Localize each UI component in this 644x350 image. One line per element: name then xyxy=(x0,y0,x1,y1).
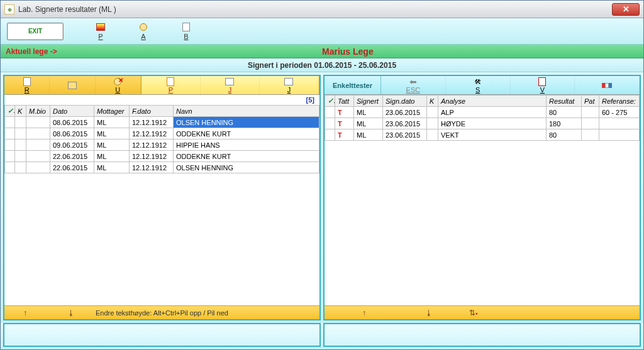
col-navn[interactable]: Navn xyxy=(174,106,319,117)
journal-icon xyxy=(225,77,235,86)
right-toolbar-colors[interactable] xyxy=(575,76,640,94)
scroll-up-icon-r[interactable]: ↑ xyxy=(362,309,366,317)
close-button[interactable]: ✕ xyxy=(612,3,640,16)
table-row[interactable]: 08.06.2015ML12.12.1912OLSEN HENNING xyxy=(5,117,319,128)
col-signdato[interactable]: Sign.dato xyxy=(383,96,427,107)
bottom-panels xyxy=(1,323,643,349)
table-row[interactable]: 22.06.2015ML12.12.1912ODDEKNE KURT xyxy=(5,151,319,162)
right-toolbar-esc[interactable]: ⬅ ESC xyxy=(381,76,446,94)
col-check-r[interactable]: ✓ xyxy=(325,96,335,107)
person-icon xyxy=(138,22,149,32)
left-toolbar-j1[interactable]: J xyxy=(201,76,260,94)
table-row[interactable]: 08.06.2015ML12.12.1912ODDEKNE KURT xyxy=(5,128,319,139)
journal2-icon xyxy=(284,77,294,86)
right-pane: Enkelttester ⬅ ESC 🛠 S V xyxy=(323,75,641,320)
app-window: ◆ Lab. Signerte resultater (ML ) ✕ EXIT … xyxy=(0,0,644,350)
right-footer-bar: ↑ ⭳ ⇅▪ xyxy=(325,305,640,319)
left-table-header: ✓ K M.bio Dato Mottager F.dato Navn xyxy=(5,106,319,117)
col-mbio[interactable]: M.bio xyxy=(26,106,50,117)
toolbar-button-a[interactable]: A xyxy=(138,22,149,40)
right-toolbar-s[interactable]: 🛠 S xyxy=(446,76,511,94)
table-row[interactable]: 22.06.2015ML12.12.1912OLSEN HENNING xyxy=(5,162,319,173)
exit-button[interactable]: EXIT xyxy=(7,23,64,40)
colors-icon xyxy=(602,81,612,90)
table-row[interactable]: TML23.06.2015HØYDE180 xyxy=(325,118,640,129)
current-doctor-label: Aktuell lege -> xyxy=(6,47,57,56)
folder-icon xyxy=(67,81,77,90)
right-pane-toolbar: Enkelttester ⬅ ESC 🛠 S V xyxy=(325,76,640,95)
col-check[interactable]: ✓ xyxy=(5,106,15,117)
right-table-wrap[interactable]: ✓ Tatt Signert Sign.dato K Analyse Resul… xyxy=(325,95,640,305)
flag-icon xyxy=(95,22,106,32)
left-pane-toolbar: R ✕ U P xyxy=(4,76,319,95)
print-icon xyxy=(537,77,547,86)
edit-icon xyxy=(180,22,192,32)
doc-icon xyxy=(22,77,32,86)
col-dato[interactable]: Dato xyxy=(50,106,94,117)
titlebar: ◆ Lab. Signerte resultater (ML ) ✕ xyxy=(1,1,643,18)
scroll-up-icon[interactable]: ↑ xyxy=(23,309,27,317)
right-toolbar-v[interactable]: V xyxy=(511,76,575,94)
left-pane: R ✕ U P xyxy=(3,75,321,320)
col-signert[interactable]: Signert xyxy=(354,96,383,107)
scroll-down-icon-r[interactable]: ⭳ xyxy=(425,309,433,317)
col-pat[interactable]: Pat xyxy=(582,96,599,107)
left-toolbar-u[interactable]: ✕ U xyxy=(96,76,141,94)
sort-icon[interactable]: ⇅▪ xyxy=(469,309,477,317)
person-x-icon: ✕ xyxy=(113,77,123,86)
current-doctor-bar: Aktuell lege -> Marius Lege xyxy=(1,45,643,58)
period-text: Signert i perioden 01.06.2015 - 25.06.20… xyxy=(248,61,396,70)
right-table: ✓ Tatt Signert Sign.dato K Analyse Resul… xyxy=(325,95,640,141)
left-table-wrap[interactable]: ✓ K M.bio Dato Mottager F.dato Navn 08.0… xyxy=(4,105,319,305)
left-toolbar-r[interactable]: R xyxy=(4,76,50,94)
back-arrow-icon: ⬅ xyxy=(408,77,418,86)
col-k[interactable]: K xyxy=(15,106,26,117)
main-area: R ✕ U P xyxy=(1,72,643,323)
window-title: Lab. Signerte resultater (ML ) xyxy=(18,5,612,14)
right-table-header: ✓ Tatt Signert Sign.dato K Analyse Resul… xyxy=(325,96,640,107)
table-row[interactable]: 09.06.2015ML12.12.1912HIPPIE HANS xyxy=(5,139,319,151)
tab-enkelttester[interactable]: Enkelttester xyxy=(329,82,376,89)
col-referanse[interactable]: Referanse: xyxy=(599,96,640,107)
left-result-count: [5] xyxy=(4,95,319,105)
table-row[interactable]: TML23.06.2015ALP8060 - 275 xyxy=(325,107,640,118)
app-icon: ◆ xyxy=(4,4,14,14)
left-footer-bar: ↑ ⭳ Endre teksthøyde: Alt+Ctrl+Pil opp /… xyxy=(4,305,319,319)
col-k-r[interactable]: K xyxy=(427,96,438,107)
left-footer-hint: Endre teksthøyde: Alt+Ctrl+Pil opp / Pil… xyxy=(96,309,228,317)
col-mottager[interactable]: Mottager xyxy=(94,106,130,117)
left-toolbar-folder[interactable] xyxy=(50,76,95,94)
scroll-down-icon[interactable]: ⭳ xyxy=(67,309,75,317)
toolbar-button-p[interactable]: P xyxy=(95,22,106,40)
col-fdato[interactable]: F.dato xyxy=(130,106,174,117)
period-bar: Signert i perioden 01.06.2015 - 25.06.20… xyxy=(1,58,643,72)
toolbar-button-b[interactable]: B xyxy=(180,22,192,40)
top-toolbar: EXIT P A B xyxy=(1,18,643,45)
left-table: ✓ K M.bio Dato Mottager F.dato Navn 08.0… xyxy=(4,105,319,173)
current-doctor-name: Marius Lege xyxy=(57,46,638,57)
col-analyse[interactable]: Analyse xyxy=(438,96,547,107)
note-icon xyxy=(165,77,175,86)
tool-icon: 🛠 xyxy=(473,77,483,86)
col-tatt[interactable]: Tatt xyxy=(335,96,354,107)
col-resultat[interactable]: Resultat xyxy=(547,96,582,107)
bottom-left-panel xyxy=(3,323,321,347)
bottom-right-panel xyxy=(323,323,641,347)
left-toolbar-j2[interactable]: J xyxy=(260,76,319,94)
table-row[interactable]: TML23.06.2015VEKT80 xyxy=(325,129,640,141)
left-toolbar-p[interactable]: P xyxy=(142,76,201,94)
